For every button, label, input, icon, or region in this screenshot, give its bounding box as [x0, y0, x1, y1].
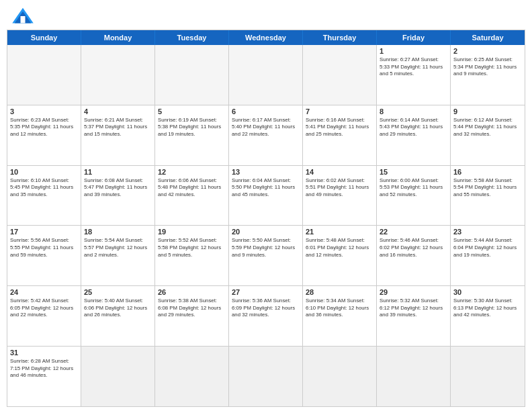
calendar-header-day: Monday	[81, 30, 155, 45]
svg-rect-2	[21, 16, 26, 24]
calendar-cell: 17Sunrise: 5:56 AM Sunset: 5:55 PM Dayli…	[7, 226, 81, 285]
calendar: SundayMondayTuesdayWednesdayThursdayFrid…	[7, 30, 525, 407]
day-info: Sunrise: 5:56 AM Sunset: 5:55 PM Dayligh…	[10, 237, 78, 259]
calendar-row: 17Sunrise: 5:56 AM Sunset: 5:55 PM Dayli…	[7, 225, 525, 285]
calendar-header-day: Friday	[377, 30, 451, 45]
calendar-body: 1Sunrise: 6:27 AM Sunset: 5:33 PM Daylig…	[7, 45, 525, 406]
calendar-cell: 29Sunrise: 5:32 AM Sunset: 6:12 PM Dayli…	[377, 286, 451, 346]
day-number: 24	[10, 288, 78, 296]
calendar-cell	[81, 45, 155, 105]
day-number: 5	[158, 107, 226, 116]
day-number: 26	[158, 288, 226, 296]
calendar-cell	[7, 45, 81, 105]
calendar-cell: 12Sunrise: 6:06 AM Sunset: 5:48 PM Dayli…	[155, 166, 229, 226]
calendar-cell: 20Sunrise: 5:50 AM Sunset: 5:59 PM Dayli…	[229, 226, 303, 285]
day-info: Sunrise: 5:30 AM Sunset: 6:13 PM Dayligh…	[453, 298, 522, 319]
day-info: Sunrise: 6:12 AM Sunset: 5:44 PM Dayligh…	[453, 117, 522, 138]
calendar-cell: 11Sunrise: 6:08 AM Sunset: 5:47 PM Dayli…	[81, 166, 155, 226]
day-info: Sunrise: 5:54 AM Sunset: 5:57 PM Dayligh…	[84, 237, 152, 259]
day-info: Sunrise: 5:46 AM Sunset: 6:02 PM Dayligh…	[380, 237, 447, 259]
day-info: Sunrise: 5:36 AM Sunset: 6:09 PM Dayligh…	[232, 298, 300, 319]
day-number: 8	[380, 107, 447, 116]
day-info: Sunrise: 6:28 AM Sunset: 7:15 PM Dayligh…	[10, 358, 78, 379]
day-number: 11	[84, 168, 152, 176]
day-info: Sunrise: 5:40 AM Sunset: 6:06 PM Dayligh…	[84, 298, 152, 319]
calendar-row: 1Sunrise: 6:27 AM Sunset: 5:33 PM Daylig…	[7, 45, 525, 105]
calendar-header: SundayMondayTuesdayWednesdayThursdayFrid…	[7, 30, 525, 45]
calendar-row: 24Sunrise: 5:42 AM Sunset: 6:05 PM Dayli…	[7, 285, 525, 346]
day-info: Sunrise: 6:10 AM Sunset: 5:45 PM Dayligh…	[10, 177, 78, 199]
day-info: Sunrise: 5:32 AM Sunset: 6:12 PM Dayligh…	[380, 298, 447, 319]
calendar-cell	[81, 347, 155, 406]
day-info: Sunrise: 6:14 AM Sunset: 5:43 PM Dayligh…	[380, 117, 447, 138]
day-info: Sunrise: 5:34 AM Sunset: 6:10 PM Dayligh…	[306, 298, 373, 319]
day-number: 19	[158, 228, 226, 236]
day-number: 6	[232, 107, 300, 116]
day-number: 21	[306, 228, 373, 236]
day-info: Sunrise: 5:58 AM Sunset: 5:54 PM Dayligh…	[453, 177, 522, 199]
calendar-cell	[451, 347, 525, 406]
calendar-cell: 1Sunrise: 6:27 AM Sunset: 5:33 PM Daylig…	[377, 45, 451, 105]
day-number: 30	[453, 288, 522, 296]
calendar-cell: 5Sunrise: 6:19 AM Sunset: 5:38 PM Daylig…	[155, 105, 229, 165]
header	[0, 0, 532, 30]
calendar-cell: 22Sunrise: 5:46 AM Sunset: 6:02 PM Dayli…	[377, 226, 451, 285]
calendar-cell	[155, 45, 229, 105]
calendar-cell: 14Sunrise: 6:02 AM Sunset: 5:51 PM Dayli…	[303, 166, 377, 226]
day-number: 31	[10, 349, 78, 357]
calendar-cell: 3Sunrise: 6:23 AM Sunset: 5:35 PM Daylig…	[7, 105, 81, 165]
calendar-cell: 27Sunrise: 5:36 AM Sunset: 6:09 PM Dayli…	[229, 286, 303, 346]
day-info: Sunrise: 6:00 AM Sunset: 5:53 PM Dayligh…	[380, 177, 447, 199]
calendar-cell	[155, 347, 229, 406]
calendar-cell: 28Sunrise: 5:34 AM Sunset: 6:10 PM Dayli…	[303, 286, 377, 346]
calendar-cell: 31Sunrise: 6:28 AM Sunset: 7:15 PM Dayli…	[7, 347, 81, 406]
calendar-row: 31Sunrise: 6:28 AM Sunset: 7:15 PM Dayli…	[7, 346, 525, 406]
day-info: Sunrise: 5:42 AM Sunset: 6:05 PM Dayligh…	[10, 298, 78, 319]
calendar-cell: 25Sunrise: 5:40 AM Sunset: 6:06 PM Dayli…	[81, 286, 155, 346]
day-number: 22	[380, 228, 447, 236]
calendar-cell: 15Sunrise: 6:00 AM Sunset: 5:53 PM Dayli…	[377, 166, 451, 226]
calendar-cell: 30Sunrise: 5:30 AM Sunset: 6:13 PM Dayli…	[451, 286, 525, 346]
calendar-row: 10Sunrise: 6:10 AM Sunset: 5:45 PM Dayli…	[7, 165, 525, 226]
day-info: Sunrise: 6:16 AM Sunset: 5:41 PM Dayligh…	[306, 117, 373, 138]
day-number: 25	[84, 288, 152, 296]
day-number: 14	[306, 168, 373, 176]
day-info: Sunrise: 6:06 AM Sunset: 5:48 PM Dayligh…	[158, 177, 226, 199]
day-info: Sunrise: 5:48 AM Sunset: 6:01 PM Dayligh…	[306, 237, 373, 259]
day-number: 10	[10, 168, 78, 176]
day-number: 23	[453, 228, 522, 236]
day-number: 20	[232, 228, 300, 236]
day-info: Sunrise: 5:52 AM Sunset: 5:58 PM Dayligh…	[158, 237, 226, 259]
calendar-cell: 9Sunrise: 6:12 AM Sunset: 5:44 PM Daylig…	[451, 105, 525, 165]
calendar-cell: 24Sunrise: 5:42 AM Sunset: 6:05 PM Dayli…	[7, 286, 81, 346]
calendar-header-day: Saturday	[451, 30, 525, 45]
calendar-cell: 13Sunrise: 6:04 AM Sunset: 5:50 PM Dayli…	[229, 166, 303, 226]
calendar-cell	[303, 45, 377, 105]
calendar-cell: 2Sunrise: 6:25 AM Sunset: 5:34 PM Daylig…	[451, 45, 525, 105]
calendar-cell: 8Sunrise: 6:14 AM Sunset: 5:43 PM Daylig…	[377, 105, 451, 165]
calendar-cell: 19Sunrise: 5:52 AM Sunset: 5:58 PM Dayli…	[155, 226, 229, 285]
calendar-cell: 16Sunrise: 5:58 AM Sunset: 5:54 PM Dayli…	[451, 166, 525, 226]
calendar-cell: 21Sunrise: 5:48 AM Sunset: 6:01 PM Dayli…	[303, 226, 377, 285]
day-number: 15	[380, 168, 447, 176]
calendar-cell	[303, 347, 377, 406]
day-number: 4	[84, 107, 152, 116]
day-info: Sunrise: 6:19 AM Sunset: 5:38 PM Dayligh…	[158, 117, 226, 138]
day-number: 17	[10, 228, 78, 236]
calendar-header-day: Tuesday	[155, 30, 229, 45]
day-info: Sunrise: 6:08 AM Sunset: 5:47 PM Dayligh…	[84, 177, 152, 199]
day-number: 3	[10, 107, 78, 116]
day-info: Sunrise: 6:23 AM Sunset: 5:35 PM Dayligh…	[10, 117, 78, 138]
calendar-cell: 26Sunrise: 5:38 AM Sunset: 6:08 PM Dayli…	[155, 286, 229, 346]
logo	[11, 7, 38, 26]
day-number: 18	[84, 228, 152, 236]
day-info: Sunrise: 6:17 AM Sunset: 5:40 PM Dayligh…	[232, 117, 300, 138]
calendar-cell: 23Sunrise: 5:44 AM Sunset: 6:04 PM Dayli…	[451, 226, 525, 285]
day-info: Sunrise: 6:21 AM Sunset: 5:37 PM Dayligh…	[84, 117, 152, 138]
day-number: 16	[453, 168, 522, 176]
page: SundayMondayTuesdayWednesdayThursdayFrid…	[0, 0, 532, 411]
day-number: 28	[306, 288, 373, 296]
calendar-header-day: Thursday	[303, 30, 377, 45]
day-info: Sunrise: 5:44 AM Sunset: 6:04 PM Dayligh…	[453, 237, 522, 259]
day-info: Sunrise: 6:25 AM Sunset: 5:34 PM Dayligh…	[453, 56, 522, 78]
